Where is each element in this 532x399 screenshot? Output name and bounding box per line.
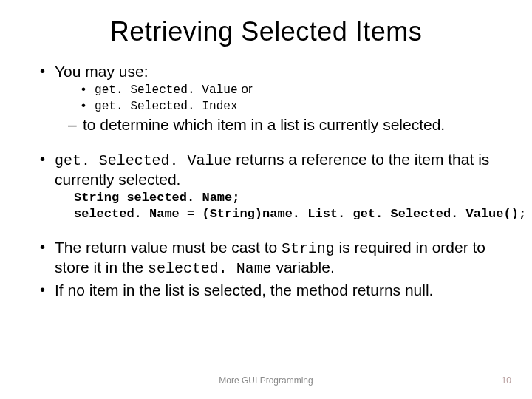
tail-text: or: [238, 82, 253, 96]
code-text: get. Selected. Value: [95, 83, 238, 97]
bullet-text: You may use:: [55, 63, 148, 80]
slide-title: Retrieving Selected Items: [0, 0, 532, 47]
bullet-text: If no item in the list is selected, the …: [55, 282, 433, 299]
sub-bullet-getselectedindex: get. Selected. Index: [81, 98, 497, 114]
code-text: get. Selected. Index: [95, 100, 238, 113]
bullet-returns-null: If no item in the list is selected, the …: [35, 281, 497, 299]
slide-body: You may use: get. Selected. Value or get…: [0, 47, 532, 299]
code-text: get. Selected. Value: [55, 152, 231, 169]
code-text: selected. Name: [148, 260, 272, 277]
footer-text: More GUI Programming: [0, 375, 532, 386]
code-block: String selected. Name; selected. Name = …: [74, 190, 497, 222]
dash-bullet-determine: to determine which item in a list is cur…: [68, 115, 497, 134]
slide: Retrieving Selected Items You may use: g…: [0, 0, 532, 399]
bullet-cast-required: The return value must be cast to String …: [35, 238, 497, 278]
code-line-2: selected. Name = (String)name. List. get…: [74, 207, 526, 221]
sub-bullet-getselectedvalue: get. Selected. Value or: [81, 82, 497, 98]
dash-text: to determine which item in a list is cur…: [83, 116, 445, 133]
bullet-you-may-use: You may use: get. Selected. Value or get…: [35, 62, 497, 134]
code-line-1: String selected. Name;: [74, 191, 239, 205]
bullet-returns-reference: get. Selected. Value returns a reference…: [35, 150, 497, 222]
text-pre: The return value must be cast to: [55, 239, 282, 256]
page-number: 10: [502, 375, 511, 386]
code-text: String: [282, 240, 335, 257]
text-post: variable.: [272, 259, 335, 276]
